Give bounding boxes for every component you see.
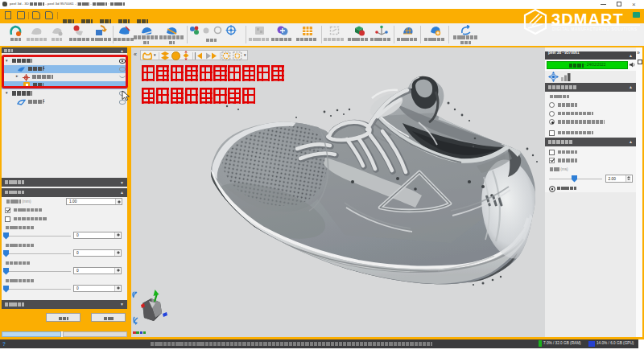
svg-text:DIGITAL MANUFACTURING SOLUTION: DIGITAL MANUFACTURING SOLUTIONS [552, 27, 638, 31]
